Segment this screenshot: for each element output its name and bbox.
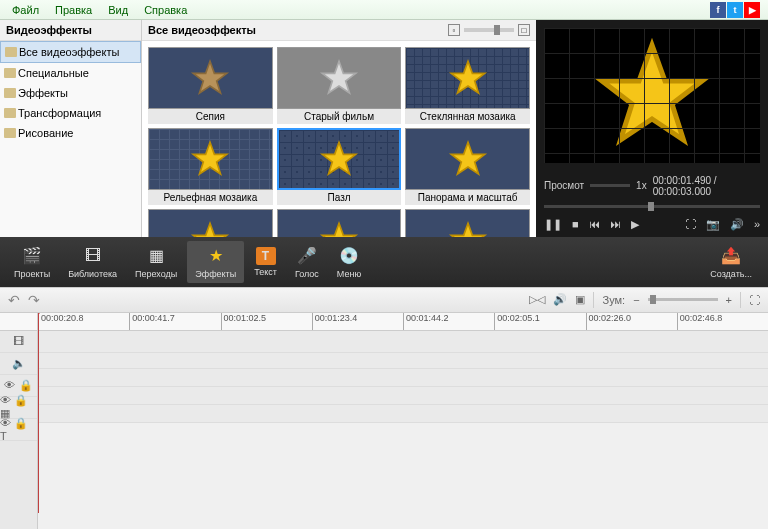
star-icon: ★	[205, 245, 227, 267]
timeline: 🎞 🔈 👁 🔒 👁 🔒 ▦ 👁 🔒 T 00:00:20.800:00:41.7…	[0, 313, 768, 530]
effect-label: Сепия	[148, 109, 273, 124]
volume-button[interactable]: 🔊	[730, 218, 744, 231]
thumb-zoom-slider[interactable]	[464, 28, 514, 32]
audio-track[interactable]	[38, 353, 768, 369]
effect-item-8[interactable]: Акварель	[405, 209, 530, 237]
time-tick: 00:01:02.5	[221, 313, 312, 330]
text-track-header[interactable]: 👁 🔒 T	[0, 419, 37, 441]
time-tick: 00:01:23.4	[312, 313, 403, 330]
twitter-icon[interactable]: t	[727, 2, 743, 18]
video-track[interactable]	[38, 331, 768, 353]
social-icons: f t ▶	[710, 2, 764, 18]
star-icon	[319, 139, 359, 179]
preview-time-current: 00:00:01.490	[653, 175, 711, 186]
voice-button[interactable]: 🎤Голос	[287, 241, 327, 283]
fit-button[interactable]: ⛶	[749, 294, 760, 306]
star-icon	[319, 58, 359, 98]
effect-thumb	[148, 209, 273, 237]
effect-label: Панорама и масштаб	[405, 190, 530, 205]
effects-panel: Все видеоэффекты ▫ □ СепияСтарый фильмСт…	[142, 20, 536, 237]
effect-item-1[interactable]: Старый фильм	[277, 47, 402, 124]
stop-button[interactable]: ■	[572, 218, 579, 230]
menu-view[interactable]: Вид	[100, 4, 136, 16]
preview-panel: Просмот 1x 00:00:01.490 / 00:00:03.000 ❚…	[536, 20, 768, 237]
effect-thumb	[148, 128, 273, 190]
menu-button[interactable]: 💿Меню	[329, 241, 369, 283]
redo-button[interactable]: ↷	[28, 292, 40, 308]
menu-file[interactable]: Файл	[4, 4, 47, 16]
export-icon: 📤	[720, 245, 742, 267]
text-button[interactable]: TТекст	[246, 243, 285, 281]
color-button[interactable]: ▣	[575, 293, 585, 306]
zoom-in-button[interactable]: +	[726, 294, 732, 306]
projects-button[interactable]: 🎬Проекты	[6, 241, 58, 283]
create-button[interactable]: 📤Создать...	[700, 241, 762, 283]
star-icon	[448, 220, 488, 237]
transitions-icon: ▦	[145, 245, 167, 267]
star-icon	[190, 220, 230, 237]
menu-help[interactable]: Справка	[136, 4, 195, 16]
facebook-icon[interactable]: f	[710, 2, 726, 18]
sidebar-item-4[interactable]: Рисование	[0, 123, 141, 143]
audio-button[interactable]: 🔊	[553, 293, 567, 306]
effect-item-0[interactable]: Сепия	[148, 47, 273, 124]
effect-thumb	[277, 47, 402, 109]
more-button[interactable]: »	[754, 218, 760, 231]
undo-button[interactable]: ↶	[8, 292, 20, 308]
transitions-button[interactable]: ▦Переходы	[127, 241, 185, 283]
preview-canvas	[544, 28, 760, 163]
thumb-zoom-controls: ▫ □	[448, 24, 530, 36]
zoom-out-button[interactable]: −	[633, 294, 639, 306]
menubar: Файл Правка Вид Справка f t ▶	[0, 0, 768, 20]
sidebar-item-3[interactable]: Трансформация	[0, 103, 141, 123]
effects-grid: СепияСтарый фильмСтеклянная мозаикаРелье…	[142, 41, 536, 237]
effects-title: Все видеоэффекты	[148, 24, 256, 36]
playhead[interactable]	[38, 313, 39, 513]
menu-edit[interactable]: Правка	[47, 4, 100, 16]
preview-speed-slider[interactable]	[590, 184, 630, 187]
tracks-area[interactable]: 00:00:20.800:00:41.700:01:02.500:01:23.4…	[38, 313, 768, 530]
prev-frame-button[interactable]: ⏮	[589, 218, 600, 230]
effect-item-7[interactable]: Снег	[277, 209, 402, 237]
effect-track[interactable]	[38, 387, 768, 405]
effect-track-header[interactable]: 👁 🔒 ▦	[0, 397, 37, 419]
time-ruler[interactable]: 00:00:20.800:00:41.700:01:02.500:01:23.4…	[38, 313, 768, 331]
zoom-slider[interactable]	[648, 298, 718, 301]
effect-label: Стеклянная мозаика	[405, 109, 530, 124]
snapshot-button[interactable]: 📷	[706, 218, 720, 231]
effect-thumb	[405, 209, 530, 237]
star-icon	[448, 58, 488, 98]
thumb-zoom-in-button[interactable]: □	[518, 24, 530, 36]
overlay-track[interactable]	[38, 369, 768, 387]
audio-track-header[interactable]: 🔈	[0, 353, 37, 375]
effect-item-4[interactable]: Пазл	[277, 128, 402, 205]
split-button[interactable]: ▷◁	[529, 293, 545, 306]
sidebar-item-2[interactable]: Эффекты	[0, 83, 141, 103]
effect-thumb	[277, 209, 402, 237]
time-tick: 00:00:20.8	[38, 313, 129, 330]
library-button[interactable]: 🎞Библиотека	[60, 241, 125, 283]
fullscreen-button[interactable]: ⛶	[685, 218, 696, 231]
preview-seek-slider[interactable]	[544, 205, 760, 208]
effect-label: Рельефная мозаика	[148, 190, 273, 205]
text-track[interactable]	[38, 405, 768, 423]
effect-item-3[interactable]: Рельефная мозаика	[148, 128, 273, 205]
effect-thumb	[277, 128, 402, 190]
puzzle-overlay	[544, 28, 760, 163]
sidebar-item-0[interactable]: Все видеоэффекты	[0, 41, 141, 63]
next-frame-button[interactable]: ⏭	[610, 218, 621, 230]
play-button[interactable]: ▶	[631, 218, 639, 231]
effect-thumb	[148, 47, 273, 109]
pause-button[interactable]: ❚❚	[544, 218, 562, 231]
youtube-icon[interactable]: ▶	[744, 2, 760, 18]
time-tick: 00:00:41.7	[129, 313, 220, 330]
timeline-toolbar: ↶ ↷ ▷◁ 🔊 ▣ Зум: − + ⛶	[0, 287, 768, 313]
effects-button[interactable]: ★Эффекты	[187, 241, 244, 283]
effect-item-6[interactable]: Стекло	[148, 209, 273, 237]
sidebar-item-1[interactable]: Специальные	[0, 63, 141, 83]
thumb-zoom-out-button[interactable]: ▫	[448, 24, 460, 36]
star-icon	[190, 139, 230, 179]
effect-item-2[interactable]: Стеклянная мозаика	[405, 47, 530, 124]
effect-item-5[interactable]: Панорама и масштаб	[405, 128, 530, 205]
video-track-header[interactable]: 🎞	[0, 331, 37, 353]
